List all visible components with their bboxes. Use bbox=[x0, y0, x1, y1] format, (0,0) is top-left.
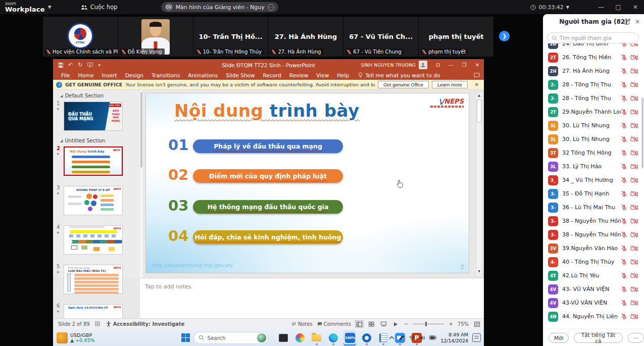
start-button[interactable] bbox=[181, 333, 190, 342]
ribbon-tab-record[interactable]: Record bbox=[259, 72, 285, 78]
video-tile[interactable]: 10- Trần Thị Hồ...10- Trần Thị Hồng Thủy bbox=[193, 17, 268, 57]
participant-row[interactable]: 3V 39.Nguyễn Văn Hào bbox=[543, 241, 641, 255]
agenda-item-01[interactable]: 01 Pháp lý về đấu thầu qua mạng bbox=[146, 139, 469, 154]
ribbon-tab-animations[interactable]: Animations bbox=[184, 72, 222, 78]
participant-row[interactable]: 3L 33. Lý Thị Hảo bbox=[543, 160, 641, 173]
ribbon-tab-home[interactable]: Home bbox=[74, 72, 98, 78]
tell-me-box[interactable]: Tell me what you want to do bbox=[358, 72, 440, 78]
participant-row[interactable]: 4N 44. Nguyễn Thị Liên bbox=[543, 310, 641, 323]
zoom-slider[interactable] bbox=[413, 324, 444, 324]
tab-shared-screen[interactable]: GV Màn hình của Giảng viên - Nguy ⋯ bbox=[161, 2, 278, 12]
ribbon-tab-view[interactable]: View bbox=[312, 72, 333, 78]
account-avatar[interactable] bbox=[419, 61, 427, 69]
zoom-out-button[interactable]: − bbox=[404, 321, 408, 327]
window-minimize-button[interactable]: — bbox=[592, 0, 610, 14]
popout-icon[interactable] bbox=[624, 19, 630, 25]
slide-thumbnail-4[interactable]: 4✦ NEPS bbox=[53, 224, 140, 260]
section-header[interactable]: ◢Untitled Section bbox=[60, 138, 140, 143]
slide-thumbnail-3[interactable]: 3✦KHUNG PHÁP LÝ E-GPNEPS bbox=[53, 185, 140, 220]
chevron-down-icon[interactable]: ▼ bbox=[48, 5, 52, 10]
participant-row[interactable]: 4T 42.Lù Thị Yêu bbox=[543, 269, 641, 282]
participant-row[interactable]: 2T 29.Nguyễn Thành Long bbox=[543, 105, 641, 119]
meeting-timer[interactable]: 00:33:42 ▼ bbox=[530, 4, 569, 11]
zoom-slider-thumb[interactable] bbox=[425, 322, 427, 326]
video-tile[interactable]: 67 - Vũ Tiến Ch...67 - Vũ Tiến Chung bbox=[343, 17, 418, 57]
account-name[interactable]: SINH NGUYEN TRUONG bbox=[361, 63, 416, 68]
participant-row[interactable]: 3- 36 - Lù Thị Mai Thu bbox=[543, 201, 641, 214]
participant-row[interactable]: 4V 43-VŨ VĂN VIÊN bbox=[543, 296, 641, 310]
taskbar-app-battery[interactable]: 100% bbox=[343, 330, 356, 345]
participants-search-input[interactable]: Tìm người tham gia bbox=[547, 32, 639, 43]
share-tab-more-icon[interactable]: ⋯ bbox=[268, 4, 274, 11]
get-genuine-office-button[interactable]: Get genuine Office bbox=[378, 81, 429, 88]
slide-thumbnail-6[interactable]: 6✦Nghị định 24/2024/NĐ-CPNEPS bbox=[53, 303, 140, 318]
taskbar-app-notes[interactable] bbox=[377, 330, 389, 345]
ppt-restore-button[interactable]: ❐ bbox=[458, 59, 471, 71]
speaker-icon[interactable] bbox=[419, 335, 425, 340]
next-participants-button[interactable]: ❯ bbox=[499, 31, 510, 41]
thumbnail-panel-scrollbar[interactable] bbox=[140, 90, 143, 278]
slide-sorter-view-button[interactable] bbox=[368, 321, 375, 327]
ribbon-display-options-button[interactable]: ⊡ bbox=[431, 59, 444, 71]
agenda-item-02[interactable]: 02 Điểm mới của quy định pháp luật bbox=[146, 169, 469, 183]
start-slideshow-icon[interactable] bbox=[87, 63, 93, 67]
video-tile[interactable]: phạm thị tuyếtphạm thị tuyết bbox=[419, 17, 493, 57]
mute-all-button[interactable]: Tắt tiếng Tất cả bbox=[574, 333, 622, 343]
participant-row[interactable]: 4- 40 - Tống Thị Thủy bbox=[543, 255, 641, 269]
slide-thumbnail-5[interactable]: 5✦Tình đã nội dungLuật Đấu thầu (Điều 51… bbox=[53, 264, 140, 299]
agenda-item-04[interactable]: 04 Hỏi đáp, chia sẻ kinh nghiệm, tình hu… bbox=[146, 230, 469, 244]
redo-icon[interactable]: ↻ bbox=[78, 62, 82, 68]
participants-more-button[interactable]: ⋯ bbox=[628, 333, 644, 343]
learn-more-button[interactable]: Learn more bbox=[432, 81, 468, 88]
customize-toolbar-icon[interactable]: ▾ bbox=[98, 63, 101, 68]
panel-close-icon[interactable]: ✕ bbox=[635, 18, 640, 25]
editor-vertical-scrollbar[interactable]: ▲ bbox=[476, 92, 482, 276]
taskbar-clock[interactable]: 8:49 AM 12/14/2024 bbox=[440, 332, 468, 344]
taskbar-search-box[interactable]: Search bbox=[193, 332, 268, 344]
participants-scrollbar[interactable] bbox=[641, 97, 643, 168]
taskbar-app-blue-circle[interactable] bbox=[360, 330, 373, 345]
spellcheck-icon[interactable] bbox=[95, 321, 101, 327]
tab-meeting[interactable]: Cuộc họp bbox=[81, 4, 118, 11]
reading-view-button[interactable] bbox=[380, 321, 387, 327]
ribbon-tab-slide-show[interactable]: Slide Show bbox=[222, 72, 259, 78]
fit-to-window-button[interactable] bbox=[473, 321, 481, 327]
notification-center-icon[interactable] bbox=[472, 333, 481, 342]
participant-row[interactable]: 3- 38 - Nguyễn Thu Hồng bbox=[543, 214, 641, 228]
ribbon-tab-design[interactable]: Design bbox=[121, 72, 147, 78]
zoom-percentage[interactable]: 75% bbox=[458, 321, 469, 327]
tray-expand-icon[interactable] bbox=[389, 336, 394, 339]
ribbon-tab-transitions[interactable]: Transitions bbox=[147, 72, 184, 78]
genuine-bar-close-icon[interactable]: ✕ bbox=[473, 82, 481, 87]
taskbar-widget-ticker[interactable]: USD/GBP ▲ +0.45% bbox=[57, 332, 94, 343]
participant-row[interactable]: 3T 32 Tống Thị Hồng bbox=[543, 146, 641, 160]
participant-row[interactable]: 3- 38 - Nguyễn Thu Hồng bbox=[543, 228, 641, 241]
window-maximize-button[interactable]: □ bbox=[610, 0, 627, 14]
participant-row[interactable]: 2- 28 - Tống Thị Thu bbox=[543, 78, 641, 91]
slide-thumbnail-1[interactable]: 1✦ĐẤU THẦU QUA MẠNGĐÀO TẠOĐẤUTHẦUQUAMẠNG bbox=[53, 101, 140, 134]
ppt-minimize-button[interactable]: — bbox=[444, 59, 458, 71]
taskbar-app-dark[interactable] bbox=[277, 330, 289, 345]
participant-row[interactable]: 2H 27. Hà Ánh Hùng bbox=[543, 64, 641, 78]
participant-row[interactable]: 2T 26. Tống Thị Hiền bbox=[543, 51, 641, 64]
video-tile[interactable]: Đỗ Kiến Vọng bbox=[118, 17, 193, 57]
zoom-in-button[interactable]: + bbox=[449, 321, 453, 327]
accessibility-status[interactable]: Accessibility: Investigate bbox=[106, 321, 185, 327]
slide-canvas[interactable]: Nội dung trình bày ⋁NEPS 01 Pháp lý về đ… bbox=[146, 93, 469, 273]
agenda-item-03[interactable]: 03 Hệ thống mạng đấu thầu quốc gia bbox=[146, 200, 469, 214]
save-icon[interactable] bbox=[58, 63, 63, 68]
ribbon-tab-review[interactable]: Review bbox=[285, 72, 312, 78]
participant-row[interactable]: 4V 43- VŨ VĂN VIỆN bbox=[543, 282, 641, 296]
section-header[interactable]: ◢Default Section bbox=[60, 93, 140, 98]
ribbon-tab-file[interactable]: File bbox=[57, 72, 74, 78]
notes-toggle[interactable]: Notes bbox=[291, 321, 313, 327]
participant-row[interactable]: 3L 30. Lù Thị Nhung bbox=[543, 119, 641, 132]
normal-view-button[interactable] bbox=[356, 321, 363, 327]
taskbar-app-edge[interactable] bbox=[327, 330, 339, 345]
taskbar-app-photos[interactable] bbox=[293, 330, 306, 345]
comments-icon[interactable] bbox=[474, 73, 480, 78]
video-tile[interactable]: CTDCHọc viện Chính sách và Phát triển bbox=[43, 17, 118, 57]
participant-row[interactable]: 3L 30. Lù Thị Nhung bbox=[543, 132, 641, 146]
wifi-icon[interactable] bbox=[409, 335, 415, 340]
battery-icon[interactable] bbox=[429, 335, 436, 340]
